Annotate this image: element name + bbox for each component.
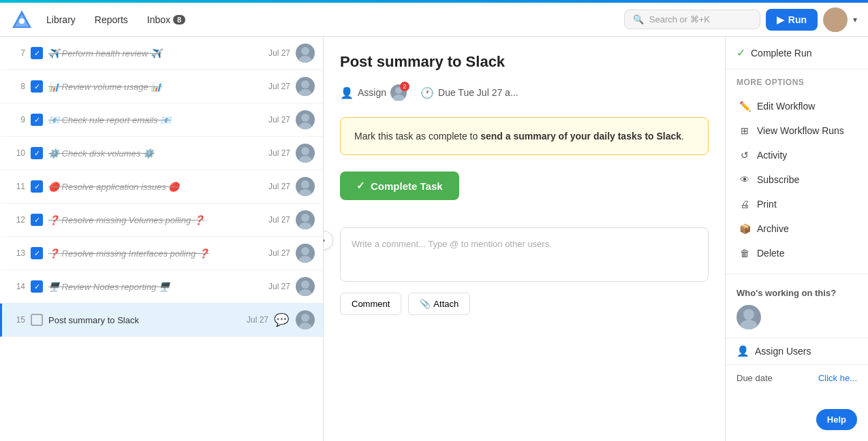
user-chevron[interactable]: ▾ — [853, 15, 857, 24]
task-row[interactable]: 11 🔴 Resolve application issues 🔴 Jul 27 — [0, 170, 323, 203]
table-icon: ⊞ — [739, 125, 750, 136]
person-icon: 👤 — [340, 86, 354, 99]
attach-button[interactable]: 📎 Attach — [408, 293, 470, 315]
edit-icon: ✏️ — [739, 101, 750, 112]
view-workflow-runs-btn[interactable]: ⊞ View Workflow Runs — [728, 118, 865, 143]
svg-point-2 — [19, 18, 25, 24]
svg-point-20 — [299, 289, 311, 296]
inbox-badge: 8 — [173, 15, 185, 24]
eye-icon: 👁 — [739, 174, 750, 185]
task-date: Jul 27 — [268, 282, 290, 291]
collapse-btn[interactable]: › — [324, 231, 333, 250]
task-row[interactable]: 13 ❓ Resolve missing Interfaces polling … — [0, 237, 323, 270]
archive-btn[interactable]: 📦 Archive — [728, 216, 865, 241]
activity-icon: ↺ — [739, 150, 750, 161]
due-date-link[interactable]: Click he... — [818, 373, 857, 383]
edit-workflow-label: Edit Workflow — [757, 101, 815, 112]
svg-point-21 — [301, 314, 309, 322]
action-buttons: Comment 📎 Attach — [340, 293, 709, 315]
task-date: Jul 27 — [268, 82, 290, 91]
task-checkbox[interactable] — [31, 180, 43, 193]
task-date: Jul 27 — [268, 115, 290, 125]
subscribe-btn[interactable]: 👁 Subscribe — [728, 167, 865, 192]
run-label: Run — [788, 14, 807, 25]
due-date-section: Due date Click he... — [726, 364, 868, 391]
task-checkbox[interactable] — [31, 247, 43, 259]
task-num: 15 — [10, 315, 25, 325]
more-options-label: More Options — [726, 69, 868, 91]
nav-reports[interactable]: Reports — [87, 10, 136, 29]
task-avatar — [296, 310, 315, 329]
check-icon: ✓ — [356, 180, 365, 192]
task-row[interactable]: 14 🖥️ Review Nodes reporting 🖥️ Jul 27 — [0, 270, 323, 304]
task-checkbox[interactable] — [31, 314, 43, 326]
task-avatar — [296, 77, 315, 96]
activity-btn[interactable]: ↺ Activity — [728, 143, 865, 167]
user-avatar-btn[interactable] — [823, 7, 848, 32]
clock-icon: 🕐 — [420, 86, 434, 99]
chevron-right-icon: › — [324, 235, 325, 245]
print-btn[interactable]: 🖨 Print — [728, 192, 865, 216]
run-icon: ▶ — [777, 14, 784, 25]
task-row[interactable]: 7 ✈️ Perform health review ✈️ Jul 27 — [0, 37, 323, 70]
complete-run-btn[interactable]: ✓ Complete Run — [726, 37, 868, 69]
whos-working-section: Who's working on this? — [726, 280, 868, 338]
app-logo[interactable] — [11, 9, 33, 31]
complete-task-button[interactable]: ✓ Complete Task — [340, 172, 459, 200]
trash-icon: 🗑 — [739, 248, 750, 259]
assignee-badge: 2 — [400, 82, 409, 91]
svg-point-9 — [301, 114, 309, 122]
task-checkbox[interactable] — [31, 214, 43, 226]
task-avatar — [296, 177, 315, 196]
edit-workflow-btn[interactable]: ✏️ Edit Workflow — [728, 94, 865, 118]
search-placeholder: Search or ⌘+K — [649, 14, 710, 24]
task-row[interactable]: 12 ❓ Resolve missing Volumes polling ❓ J… — [0, 203, 323, 237]
due-date-section-label: Due date — [737, 373, 773, 383]
task-detail-panel: › Post summary to Slack 👤 Assign 2 🕐 Due… — [324, 37, 725, 441]
svg-point-13 — [301, 180, 309, 189]
task-checkbox[interactable] — [31, 47, 43, 59]
task-checkbox[interactable] — [31, 80, 43, 93]
inbox-label: Inbox — [147, 14, 170, 25]
task-row[interactable]: 15 Post summary to Slack Jul 27 💬 — [0, 304, 323, 337]
svg-point-5 — [301, 47, 309, 55]
assignee-avatar: 2 — [390, 84, 407, 101]
task-num: 10 — [10, 148, 25, 158]
help-button[interactable]: Help — [816, 409, 857, 430]
task-num: 8 — [10, 82, 25, 91]
task-checkbox[interactable] — [31, 280, 43, 293]
assign-btn[interactable]: 👤 Assign 2 — [340, 84, 407, 101]
nav-inbox[interactable]: Inbox 8 — [139, 10, 193, 29]
search-bar[interactable]: 🔍 Search or ⌘+K — [624, 10, 760, 29]
due-date-label: Due Tue Jul 27 a... — [438, 87, 518, 98]
task-num: 11 — [10, 182, 25, 191]
task-name: 🖥️ Review Nodes reporting 🖥️ — [48, 282, 263, 292]
task-date: Jul 27 — [268, 182, 290, 191]
task-row[interactable]: 8 📊 Review volume usage 📊 Jul 27 — [0, 70, 323, 103]
task-num: 14 — [10, 282, 25, 291]
right-panel: ✓ Complete Run More Options ✏️ Edit Work… — [725, 37, 868, 441]
delete-btn[interactable]: 🗑 Delete — [728, 241, 865, 265]
svg-point-17 — [301, 247, 309, 255]
info-text-plain: Mark this task as complete to — [354, 131, 480, 142]
task-avatar — [296, 244, 315, 263]
main-layout: 7 ✈️ Perform health review ✈️ Jul 27 8 📊… — [0, 37, 868, 441]
comment-input[interactable]: Write a comment... Type @ to mention oth… — [340, 227, 709, 282]
svg-point-24 — [393, 95, 404, 101]
comment-button[interactable]: Comment — [340, 293, 401, 315]
task-avatar — [296, 44, 315, 63]
nav-library[interactable]: Library — [38, 10, 84, 29]
info-text-bold: send a summary of your daily tasks to Sl… — [480, 131, 681, 142]
task-name: 🔴 Resolve application issues 🔴 — [48, 182, 263, 192]
assign-users-btn[interactable]: 👤 Assign Users — [726, 338, 868, 364]
task-name: ✈️ Perform health review ✈️ — [48, 48, 263, 59]
task-row[interactable]: 10 ⚙️ Check disk volumes ⚙️ Jul 27 — [0, 137, 323, 170]
task-checkbox[interactable] — [31, 147, 43, 159]
task-name: ❓ Resolve missing Interfaces polling ❓ — [48, 248, 263, 259]
attach-label: Attach — [433, 299, 459, 309]
svg-point-4 — [827, 22, 843, 32]
task-row[interactable]: 9 📧 Check rule report emails 📧 Jul 27 — [0, 103, 323, 137]
run-button[interactable]: ▶ Run — [766, 9, 818, 31]
complete-run-label: Complete Run — [751, 48, 812, 59]
task-checkbox[interactable] — [31, 114, 43, 126]
